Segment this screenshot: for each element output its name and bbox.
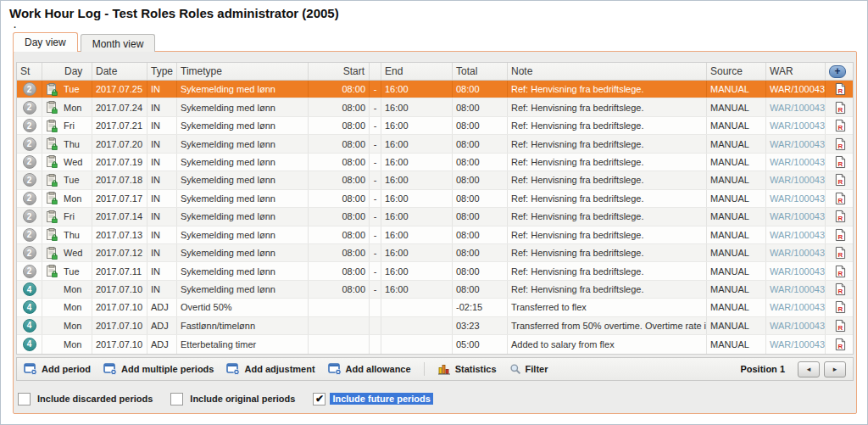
report-document-icon[interactable]: R [834, 192, 846, 205]
separator-cell: - [370, 244, 381, 261]
column-header-war[interactable]: WAR [766, 63, 826, 80]
war-link[interactable]: WAR/100043 [770, 103, 825, 113]
add-period-button[interactable]: Add period [24, 363, 91, 375]
column-header-add: + [826, 63, 854, 80]
war-link[interactable]: WAR/100043 [770, 302, 825, 312]
status-badge: 4 [23, 319, 36, 333]
report-document-icon[interactable]: R [834, 137, 846, 151]
table-row[interactable]: 2 Tue 2017.07.11 [17, 262, 853, 280]
column-header-date[interactable]: Date [92, 63, 147, 80]
checkbox-label: Include original periods [187, 393, 298, 405]
report-document-icon[interactable]: R [834, 82, 846, 96]
report-document-icon[interactable]: R [834, 101, 846, 115]
status-badge: 4 [23, 338, 36, 351]
war-link[interactable]: WAR/100043 [770, 175, 825, 185]
war-link[interactable]: WAR/100043 [770, 157, 825, 167]
report-document-icon[interactable]: R [834, 282, 846, 296]
timetype-cell: Sykemelding med lønn [177, 117, 309, 134]
column-header-timetype[interactable]: Timetype [177, 63, 309, 80]
column-header-total[interactable]: Total [453, 63, 508, 80]
checkbox-box[interactable] [170, 393, 183, 405]
tab-content-panel: St Day Date Type Timetype Start End Tota… [13, 51, 857, 414]
war-link[interactable]: WAR/100043 [770, 321, 825, 331]
column-header-start[interactable]: Start [309, 63, 370, 80]
report-cell: R [826, 81, 854, 98]
report-document-icon[interactable]: R [834, 338, 846, 351]
filter-button[interactable]: Filter [509, 363, 548, 375]
table-row[interactable]: 2 Wed 2017.07.12 [17, 244, 853, 262]
tab-month-view[interactable]: Month view [81, 34, 156, 52]
report-document-icon[interactable]: R [834, 300, 846, 314]
svg-text:R: R [838, 197, 843, 204]
statistics-button[interactable]: Statistics [437, 363, 497, 375]
table-row[interactable]: 2 Tue 2017.07.25 [17, 81, 853, 98]
war-link[interactable]: WAR/100043 [770, 248, 825, 258]
table-row[interactable]: 4 Mon 2017.07.10 [17, 281, 853, 299]
add-adjustment-button[interactable]: Add adjustment [226, 363, 314, 375]
checkbox-box[interactable]: ✔ [313, 393, 326, 405]
column-header-separator [370, 63, 381, 80]
day-label: Mon [64, 302, 81, 312]
table-row[interactable]: 2 Mon 2017.07.24 [17, 98, 853, 116]
war-link[interactable]: WAR/100043 [770, 84, 825, 94]
war-link[interactable]: WAR/100043 [770, 211, 825, 221]
add-window-icon [24, 363, 37, 375]
column-header-st[interactable]: St [17, 63, 42, 80]
include-future-periods-checkbox[interactable]: ✔ Include future periods [313, 393, 433, 405]
report-document-icon[interactable]: R [834, 119, 846, 132]
include-original-periods-checkbox[interactable]: Include original periods [170, 393, 298, 405]
report-document-icon[interactable]: R [834, 210, 846, 223]
add-multiple-periods-button[interactable]: Add multiple periods [103, 363, 214, 375]
war-link[interactable]: WAR/100043 [770, 339, 825, 350]
include-discarded-periods-checkbox[interactable]: Include discarded periods [18, 393, 155, 405]
column-header-day[interactable]: Day [42, 63, 92, 80]
table-row[interactable]: 2 Thu 2017.07.20 [17, 135, 853, 153]
war-link[interactable]: WAR/100043 [770, 266, 825, 277]
table-row[interactable]: 2 Fri 2017.07.21 [17, 117, 853, 135]
table-row[interactable]: 4 Mon 2017.07.10 [17, 299, 853, 316]
war-link[interactable]: WAR/100043 [770, 193, 825, 204]
column-header-note[interactable]: Note [508, 63, 707, 80]
war-link[interactable]: WAR/100043 [770, 120, 825, 131]
report-document-icon[interactable]: R [834, 155, 846, 169]
timetype-cell: Sykemelding med lønn [177, 98, 309, 115]
note-cell: Ref: Henvisning fra bedriftslege. [508, 262, 707, 279]
add-window-icon [328, 363, 342, 375]
end-cell [381, 317, 453, 334]
position-next-button[interactable]: ▸ [824, 361, 846, 377]
table-row[interactable]: 4 Mon 2017.07.10 [17, 317, 853, 335]
add-window-icon [226, 363, 240, 375]
report-document-icon[interactable]: R [834, 319, 846, 333]
table-row[interactable]: 4 Mon 2017.07.10 [17, 335, 853, 353]
note-cell: Ref: Henvisning fra bedriftslege. [508, 171, 707, 188]
clipboard-lock-icon [46, 174, 58, 187]
tab-day-view[interactable]: Day view [13, 32, 78, 52]
column-header-source[interactable]: Source [707, 63, 766, 80]
table-row[interactable]: 2 Fri 2017.07.14 [17, 208, 853, 226]
table-row[interactable]: 2 Tue 2017.07.18 [17, 171, 853, 189]
table-row[interactable]: 2 Thu 2017.07.13 [17, 226, 853, 244]
report-document-icon[interactable]: R [834, 246, 846, 260]
column-header-end[interactable]: End [381, 63, 453, 80]
war-link[interactable]: WAR/100043 [770, 230, 825, 240]
add-allowance-button[interactable]: Add allowance [328, 363, 411, 375]
position-prev-button[interactable]: ◂ [798, 361, 820, 377]
clipboard-lock-icon [46, 155, 58, 168]
source-cell: MANUAL [707, 262, 766, 279]
report-document-icon[interactable]: R [834, 173, 846, 187]
table-row[interactable]: 2 Wed 2017.07.19 [17, 154, 853, 171]
svg-text:R: R [838, 124, 843, 131]
report-document-icon[interactable]: R [834, 265, 846, 278]
start-cell: 08:00 [309, 81, 370, 98]
table-toolbar: Add period Add multiple periods Add adju… [16, 357, 854, 381]
add-column-plus-button[interactable]: + [829, 65, 846, 78]
report-document-icon[interactable]: R [834, 228, 846, 242]
timetype-cell: Sykemelding med lønn [177, 171, 309, 188]
column-header-type[interactable]: Type [147, 63, 177, 80]
war-link[interactable]: WAR/100043 [770, 139, 825, 149]
table-row[interactable]: 2 Mon 2017.07.17 [17, 190, 853, 208]
type-cell: IN [147, 226, 177, 243]
checkbox-box[interactable] [18, 393, 31, 405]
war-link[interactable]: WAR/100043 [770, 284, 825, 294]
total-cell: 03:23 [453, 317, 508, 334]
